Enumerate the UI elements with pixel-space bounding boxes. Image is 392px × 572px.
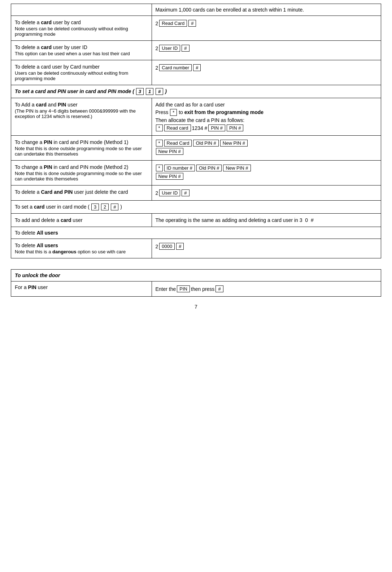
- formula-line2: New PIN #: [156, 173, 378, 180]
- unlock-formula: Enter the PIN then press #: [156, 285, 378, 292]
- formula-line2: New PIN #: [156, 148, 378, 155]
- formula: * Read card 1234 # PIN # PIN #: [156, 125, 378, 131]
- key-star: *: [156, 140, 163, 147]
- bottom-section: To unlock the door For a PIN user Enter …: [11, 269, 381, 297]
- key-new-pin2: New PIN #: [156, 173, 183, 180]
- bold-word: PIN: [44, 164, 52, 170]
- bold-word: PIN: [58, 102, 66, 108]
- key-1: 1: [146, 88, 153, 95]
- key-read-card: Read Card: [159, 20, 187, 27]
- left-cell: To delete a card user by card Note users…: [11, 16, 152, 41]
- key-hash: #: [215, 285, 223, 292]
- bold-word: All users: [37, 243, 58, 248]
- row-note: Note users can be deleted continuously w…: [15, 26, 148, 37]
- table-row: To change a PIN in card and PIN mode (Me…: [11, 161, 381, 185]
- unlock-header-row: To unlock the door: [11, 270, 381, 281]
- key-hash: #: [182, 189, 189, 196]
- unlock-header-text: To unlock the door: [15, 272, 60, 278]
- key-read-card: Read card: [164, 125, 191, 131]
- table-row: To delete All users Note that this is a …: [11, 239, 381, 258]
- section-header-cell: To set a card and PIN user in card and P…: [11, 85, 381, 98]
- formula: 2 0000 #: [156, 243, 378, 250]
- key-pin-hash2: PIN #: [227, 125, 244, 131]
- table-row: To Add a card and PIN user (The PIN is a…: [11, 98, 381, 136]
- key-id-number: ID number #: [164, 165, 195, 171]
- right-text-line: Add the card as for a card user: [156, 102, 378, 108]
- key-3: 3: [91, 204, 99, 210]
- key-new-pin: New PIN #: [223, 165, 251, 171]
- key-read-card: Read Card: [164, 140, 192, 147]
- key-2: 2: [156, 45, 158, 51]
- right-text: The operating is the same as adding and …: [156, 217, 378, 223]
- key-2: 2: [156, 21, 158, 26]
- page-number-text: 7: [195, 304, 197, 310]
- row-title: To delete All users: [15, 243, 148, 248]
- left-cell: To delete a card user by Card number Use…: [11, 60, 152, 85]
- bold-word: PIN: [28, 284, 36, 290]
- bold-word: card: [41, 44, 52, 50]
- key-3: 3: [136, 88, 144, 95]
- left-cell: [11, 4, 152, 16]
- formula: 2 User ID #: [156, 45, 378, 52]
- row-note: Note that this is done outside programmi…: [15, 146, 148, 157]
- key-old-pin: Old PIN #: [193, 140, 218, 147]
- section-header-row: To delete All users: [11, 227, 381, 239]
- right-text-line: Then allocate the card a PIN as follows:: [156, 117, 378, 123]
- row-title: To delete a card user by Card number: [15, 64, 148, 70]
- right-text-line: Press * to exit from the programming mod…: [156, 109, 378, 116]
- key-1234-hash: 1234 #: [192, 125, 208, 131]
- right-cell: 2 User ID #: [152, 41, 381, 60]
- left-cell: To delete a card user by user ID This op…: [11, 41, 152, 60]
- formula: 2 User ID #: [156, 189, 378, 196]
- key-star: *: [170, 109, 177, 116]
- enter-text: Enter the: [156, 286, 176, 292]
- right-cell: Maximum 1,000 cards can be enrolled at a…: [152, 4, 381, 16]
- bold-word: PIN: [44, 139, 52, 145]
- section-header-row: To set a card user in card mode ( 3 2 # …: [11, 201, 381, 214]
- row-note: Note that this is a dangerous option so …: [15, 249, 148, 254]
- right-cell: 2 0000 #: [152, 239, 381, 258]
- table-row: To delete a card user by Card number Use…: [11, 60, 381, 85]
- row-note: Note that this is done outside programmi…: [15, 171, 148, 182]
- unlock-left-text: For a PIN user: [15, 284, 48, 290]
- formula: 2 Card number #: [156, 64, 378, 71]
- key-user-id: User ID: [159, 45, 180, 52]
- key-new-pin2: New PIN #: [156, 148, 183, 155]
- left-cell: To change a PIN in card and PIN mode (Me…: [11, 161, 152, 185]
- key-hash: #: [182, 45, 189, 52]
- key-pin: PIN: [177, 285, 190, 292]
- row-title: To add and delete a card user: [15, 217, 148, 223]
- key-user-id: User ID: [159, 189, 180, 196]
- page: Maximum 1,000 cards can be enrolled at a…: [0, 0, 392, 317]
- bold-word: All users: [37, 230, 58, 236]
- row-note: This option can be used when a user has …: [15, 51, 148, 56]
- row-note: (The PIN is any 4~6 digits between 0000&…: [15, 108, 148, 119]
- key-hash: #: [176, 243, 184, 250]
- left-cell: To Add a card and PIN user (The PIN is a…: [11, 98, 152, 136]
- row-title: To delete a card user by card: [15, 19, 148, 25]
- key-2: 2: [156, 65, 158, 71]
- section-header-cell: To delete All users: [11, 227, 381, 239]
- left-cell: To add and delete a card user: [11, 214, 152, 227]
- key-hash: #: [188, 20, 196, 27]
- unlock-row: For a PIN user Enter the PIN then press …: [11, 281, 381, 297]
- bold-word: card: [34, 204, 45, 210]
- table-row: To delete a card user by user ID This op…: [11, 41, 381, 60]
- bold-word: dangerous: [52, 249, 76, 254]
- unlock-right-cell: Enter the PIN then press #: [152, 281, 381, 297]
- unlock-header-cell: To unlock the door: [11, 270, 381, 281]
- right-cell: The operating is the same as adding and …: [152, 214, 381, 227]
- key-card-number: Card number: [159, 64, 192, 71]
- key-pin-hash: PIN #: [208, 125, 225, 131]
- formula: 2 Read Card #: [156, 20, 378, 27]
- unlock-table: To unlock the door For a PIN user Enter …: [11, 269, 381, 297]
- section-header-cell: To set a card user in card mode ( 3 2 # …: [11, 201, 381, 214]
- bold-word: card: [61, 217, 71, 223]
- key-star: *: [156, 125, 163, 131]
- left-cell: To delete All users Note that this is a …: [11, 239, 152, 258]
- unlock-left-cell: For a PIN user: [11, 281, 152, 297]
- key-2: 2: [101, 204, 109, 210]
- formula-line1: * Read Card Old PIN # New PIN #: [156, 140, 378, 147]
- intro-text: Maximum 1,000 cards can be enrolled at a…: [156, 7, 304, 13]
- row-title: To delete a Card and PIN user just delet…: [15, 189, 148, 195]
